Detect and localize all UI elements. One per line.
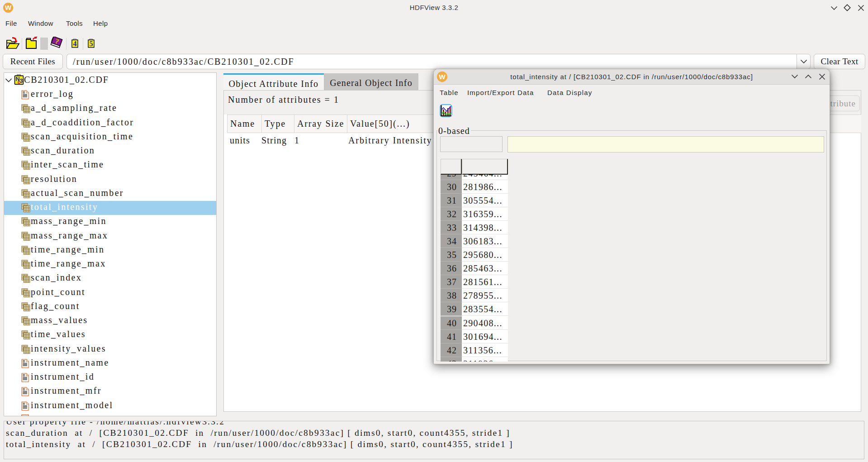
svg-text:c: c: [18, 79, 20, 85]
svg-text:5: 5: [90, 40, 93, 48]
svg-text:4: 4: [73, 40, 77, 48]
